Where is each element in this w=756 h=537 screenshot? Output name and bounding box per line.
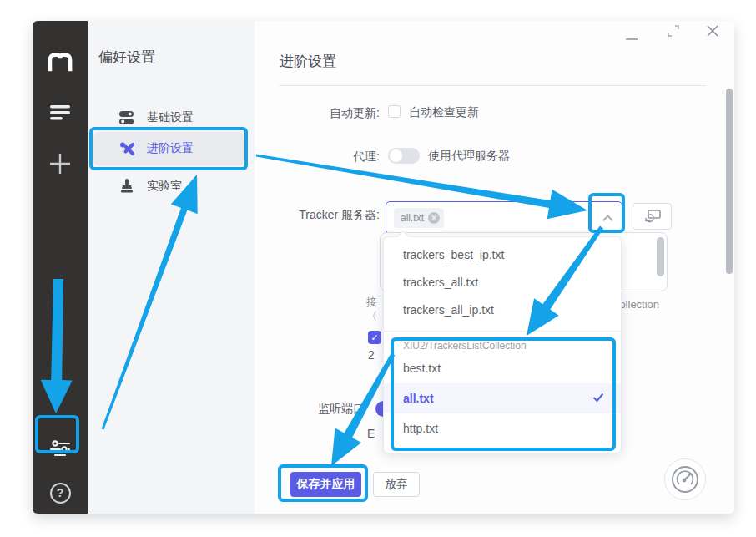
dropdown-option[interactable]: best.txt [384, 353, 621, 383]
proxy-toggle[interactable] [388, 148, 420, 164]
dropdown-group-label: XIU2/TrackersListCollection [384, 332, 621, 353]
obscured-text-fragment: 接 [366, 295, 377, 310]
title-divider [280, 85, 706, 86]
tag-remove-icon[interactable]: ✕ [428, 212, 440, 224]
dropdown-option-label: all.txt [403, 383, 434, 413]
speedometer-icon [671, 465, 699, 494]
task-list-icon[interactable] [33, 101, 88, 123]
screenshot-stage: ? 偏好设置 基础设置 [0, 0, 756, 537]
close-button[interactable] [706, 24, 719, 40]
check-icon [592, 383, 604, 413]
tracker-tag-label: all.txt [401, 212, 424, 224]
toggle-knob [390, 149, 402, 162]
speed-gauge-button[interactable] [664, 458, 706, 500]
preferences-title: 偏好设置 [98, 48, 155, 67]
listen-port-label: 监听端口 [255, 402, 365, 417]
tracker-dropdown-panel: trackers_best_ip.txt trackers_all.txt tr… [383, 236, 622, 453]
help-icon[interactable]: ? [33, 479, 88, 507]
sidebar-item-basic-settings[interactable]: 基础设置 [93, 101, 244, 134]
dropdown-option[interactable]: trackers_all_ip.txt [384, 296, 621, 324]
proxy-toggle-label: 使用代理服务器 [428, 149, 510, 164]
textarea-scrollbar[interactable] [657, 237, 664, 276]
motrix-logo-icon [33, 49, 88, 74]
obscured-text-fragment: E [367, 427, 375, 440]
tracker-select-input[interactable]: all.txt ✕ [386, 201, 622, 234]
obscured-text-fragment: 〈 [366, 309, 377, 324]
sidebar-item-label: 实验室 [147, 179, 182, 194]
dropdown-option-selected[interactable]: all.txt [384, 383, 621, 413]
minimize-button[interactable] [626, 30, 638, 43]
toggles-icon [118, 110, 135, 125]
maximize-button[interactable] [667, 24, 680, 40]
preferences-panel: 偏好设置 基础设置 [88, 21, 255, 514]
obscured-text-fragment: 2 [368, 348, 375, 362]
dropdown-option[interactable]: trackers_best_ip.txt [384, 241, 621, 269]
sidebar-item-lab[interactable]: 实验室 [93, 170, 244, 203]
add-task-icon[interactable] [33, 149, 88, 178]
app-sidebar: ? [33, 21, 88, 514]
preferences-sliders-icon[interactable] [33, 435, 88, 464]
obscured-checked-checkbox: ✓ [368, 331, 381, 344]
tools-icon [118, 141, 135, 156]
save-apply-button[interactable]: 保存并应用 [290, 472, 361, 497]
auto-update-label: 自动更新: [255, 106, 380, 121]
content-scrollbar[interactable] [726, 89, 733, 274]
sidebar-item-advanced-settings[interactable]: 进阶设置 [93, 132, 244, 165]
main-content: 进阶设置 自动更新: 自动检查更新 代理: 使用代理服务器 Tracker 服务… [255, 21, 734, 514]
proxy-label: 代理: [255, 149, 380, 165]
chevron-up-icon[interactable] [602, 215, 613, 225]
sidebar-item-label: 进阶设置 [147, 141, 194, 156]
discard-button[interactable]: 放弃 [373, 472, 420, 497]
tracker-tag: all.txt ✕ [394, 208, 444, 228]
sync-tracker-button[interactable] [633, 203, 672, 230]
sidebar-item-label: 基础设置 [147, 110, 194, 125]
lab-stamp-icon [118, 179, 135, 194]
auto-update-checkbox-label[interactable]: 自动检查更新 [409, 105, 479, 120]
question-mark-glyph: ? [50, 483, 71, 504]
app-window: ? 偏好设置 基础设置 [33, 21, 734, 514]
page-title: 进阶设置 [280, 52, 336, 71]
dropdown-option[interactable]: trackers_all.txt [384, 269, 621, 296]
tracker-server-label: Tracker 服务器: [255, 208, 380, 223]
auto-update-checkbox[interactable] [388, 105, 401, 118]
dropdown-option[interactable]: http.txt [384, 413, 621, 443]
